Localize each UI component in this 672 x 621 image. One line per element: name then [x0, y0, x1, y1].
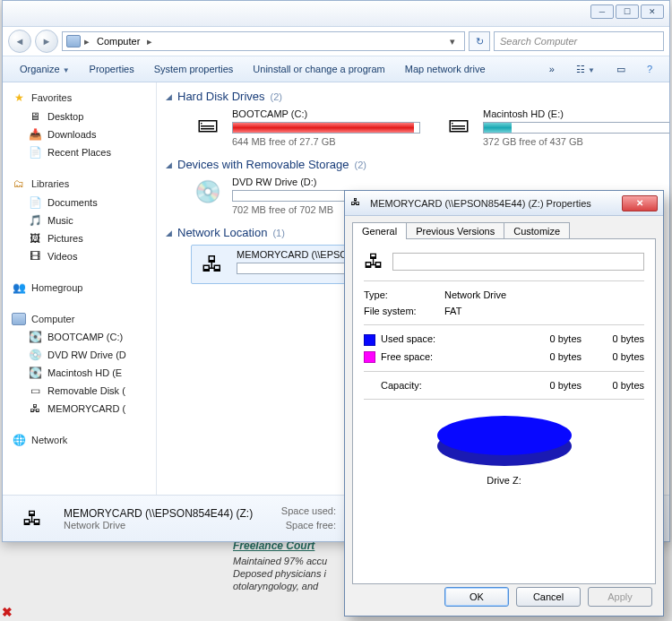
- cancel-button[interactable]: Cancel: [516, 587, 581, 607]
- drive-bootcamp[interactable]: 🖴 BOOTCAMP (C:) 644 MB free of 27.7 GB: [191, 108, 420, 147]
- forward-button[interactable]: ►: [35, 30, 58, 53]
- hard-drive-icon: 🖴: [442, 108, 476, 139]
- view-options-button[interactable]: ☷▼: [568, 60, 603, 79]
- chevron-right-icon: ▸: [147, 36, 152, 47]
- network-drive-icon: 🖧: [28, 401, 42, 416]
- recent-icon: 📄: [28, 145, 42, 160]
- dialog-close-button[interactable]: ✕: [622, 195, 658, 211]
- dialog-title: MEMORYCARD (\\EPSON854E44) (Z:) Properti…: [370, 198, 616, 209]
- details-title: MEMORYCARD (\\EPSON854E44) (Z:): [64, 507, 253, 520]
- help-button[interactable]: ?: [639, 60, 660, 79]
- toolbar: Organize▼ Properties System properties U…: [3, 56, 669, 82]
- back-button[interactable]: ◄: [8, 30, 31, 53]
- network-group[interactable]: 🌐Network: [12, 430, 156, 450]
- libraries-icon: 🗂: [12, 177, 26, 191]
- drive-macintosh[interactable]: 🖴 Macintosh HD (E:) 372 GB free of 437 G…: [442, 108, 669, 147]
- videos-icon: 🎞: [28, 249, 42, 263]
- sidebar-item-documents[interactable]: 📄Documents: [12, 194, 156, 211]
- capacity-bytes: 0 bytes: [519, 380, 582, 391]
- uninstall-button[interactable]: Uninstall or change a program: [245, 60, 392, 78]
- homegroup-group[interactable]: 👥Homegroup: [12, 278, 156, 298]
- network-icon: 🌐: [12, 433, 26, 447]
- sidebar-item-music[interactable]: 🎵Music: [12, 211, 156, 229]
- sidebar-drive-e[interactable]: 💽Macintosh HD (E: [12, 364, 156, 382]
- hard-drive-icon: 🖴: [191, 108, 225, 139]
- navigation-bar: ◄ ► ▸ Computer ▸ ▾ ↻ Search Computer: [3, 27, 669, 56]
- sidebar-item-pictures[interactable]: 🖼Pictures: [12, 229, 156, 247]
- address-bar[interactable]: ▸ Computer ▸ ▾: [62, 31, 465, 51]
- system-properties-button[interactable]: System properties: [146, 60, 242, 78]
- libraries-group[interactable]: 🗂Libraries: [12, 174, 156, 194]
- optical-drive-icon: 💿: [191, 177, 225, 207]
- drive-label-input[interactable]: [392, 253, 644, 271]
- drive-icon: ▭: [28, 384, 42, 398]
- ok-button[interactable]: OK: [444, 587, 509, 607]
- preview-pane-button[interactable]: ▭: [608, 60, 633, 79]
- dialog-titlebar[interactable]: 🖧 MEMORYCARD (\\EPSON854E44) (Z:) Proper…: [345, 191, 663, 216]
- drive-icon: 💽: [28, 330, 42, 344]
- computer-icon: [66, 35, 81, 47]
- pictures-icon: 🖼: [28, 231, 42, 246]
- computer-group[interactable]: Computer: [12, 310, 156, 328]
- sidebar-item-recent[interactable]: 📄Recent Places: [12, 143, 156, 161]
- organize-button[interactable]: Organize▼: [12, 60, 78, 78]
- details-space-used-label: Space used:: [281, 505, 336, 518]
- sidebar-drive-removable[interactable]: ▭Removable Disk (: [12, 382, 156, 400]
- apply-button[interactable]: Apply: [588, 587, 652, 607]
- computer-icon: [12, 313, 26, 325]
- filesystem-value: FAT: [444, 306, 461, 316]
- capacity-bytes-2: 0 bytes: [582, 380, 644, 391]
- sidebar-drive-d[interactable]: 💿DVD RW Drive (D: [12, 346, 156, 364]
- downloads-icon: 📥: [28, 127, 42, 142]
- tab-previous-versions[interactable]: Previous Versions: [406, 222, 504, 239]
- tab-customize[interactable]: Customize: [504, 222, 570, 239]
- sidebar-drive-network[interactable]: 🖧MEMORYCARD (: [12, 400, 156, 418]
- drive-icon: 💽: [28, 366, 42, 380]
- capacity-bar: [483, 122, 669, 134]
- music-icon: 🎵: [28, 213, 42, 228]
- breadcrumb-computer[interactable]: Computer: [93, 36, 143, 47]
- favorites-group[interactable]: ★Favorites: [12, 88, 156, 108]
- collapse-icon: ◢: [166, 229, 172, 237]
- refresh-button[interactable]: ↻: [469, 31, 490, 51]
- free-bytes-2: 0 bytes: [582, 351, 644, 364]
- toolbar-overflow[interactable]: »: [541, 60, 563, 79]
- map-drive-button[interactable]: Map network drive: [397, 60, 494, 78]
- titlebar: ─ ☐ ✕: [3, 1, 669, 27]
- sidebar-item-videos[interactable]: 🎞Videos: [12, 247, 156, 265]
- tab-strip: General Previous Versions Customize: [345, 216, 663, 238]
- used-bytes-2: 0 bytes: [582, 333, 644, 346]
- used-bytes: 0 bytes: [519, 333, 582, 346]
- used-swatch: [364, 334, 375, 346]
- search-input[interactable]: Search Computer: [494, 31, 664, 51]
- close-icon[interactable]: ✖: [2, 605, 13, 619]
- section-hdd[interactable]: ◢ Hard Disk Drives (2): [166, 86, 660, 107]
- dvd-icon: 💿: [28, 348, 42, 362]
- tab-panel-general: 🖧 Type:Network Drive File system:FAT Use…: [352, 238, 656, 584]
- desktop-icon: 🖥: [28, 109, 42, 124]
- search-placeholder: Search Computer: [500, 36, 577, 47]
- tab-general[interactable]: General: [352, 222, 407, 239]
- documents-icon: 📄: [28, 195, 42, 210]
- maximize-button[interactable]: ☐: [616, 4, 639, 19]
- navigation-pane: ★Favorites 🖥Desktop 📥Downloads 📄Recent P…: [3, 82, 157, 495]
- chevron-right-icon: ▸: [84, 36, 90, 47]
- details-space-free-label: Space free:: [281, 519, 336, 532]
- sidebar-drive-c[interactable]: 💽BOOTCAMP (C:): [12, 328, 156, 346]
- window-close-button[interactable]: ✕: [641, 4, 664, 19]
- sidebar-item-downloads[interactable]: 📥Downloads: [12, 125, 156, 143]
- collapse-icon: ◢: [166, 92, 172, 101]
- details-subtitle: Network Drive: [64, 520, 253, 530]
- network-drive-icon: 🖧: [195, 249, 229, 280]
- star-icon: ★: [12, 91, 26, 105]
- free-bytes: 0 bytes: [519, 351, 582, 364]
- minimize-button[interactable]: ─: [590, 4, 614, 19]
- address-dropdown[interactable]: ▾: [444, 36, 461, 47]
- section-removable[interactable]: ◢ Devices with Removable Storage (2): [166, 154, 660, 175]
- pie-label: Drive Z:: [364, 475, 644, 486]
- properties-button[interactable]: Properties: [82, 60, 142, 78]
- sidebar-item-desktop[interactable]: 🖥Desktop: [12, 108, 156, 125]
- free-swatch: [364, 351, 375, 363]
- network-drive-icon: 🖧: [364, 250, 383, 273]
- capacity-pie-chart: [437, 416, 572, 466]
